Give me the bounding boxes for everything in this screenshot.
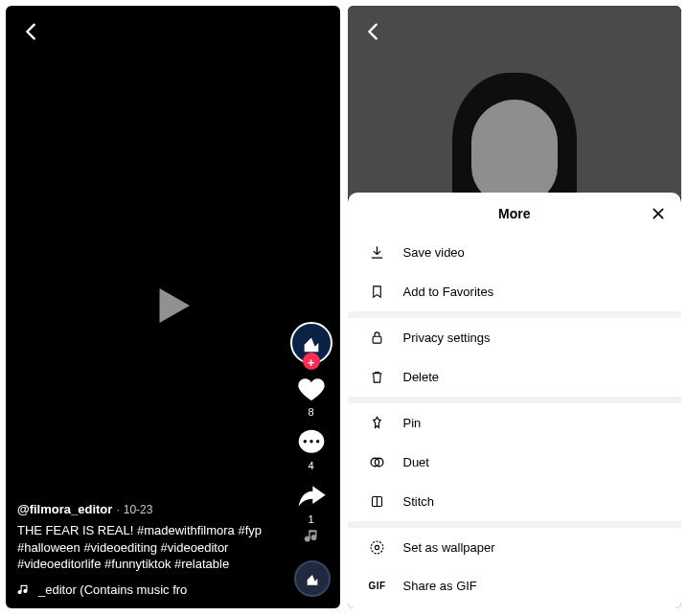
section-divider [348, 521, 682, 528]
username[interactable]: @filmora_editor [17, 502, 112, 516]
menu-item-pin[interactable]: Pin [348, 403, 682, 443]
follow-plus-icon: + [308, 356, 315, 369]
menu-item-share-gif[interactable]: GIF Share as GIF [348, 567, 682, 605]
section-divider [348, 397, 682, 403]
menu-label: Privacy settings [403, 331, 491, 345]
download-icon [369, 244, 386, 261]
effects-icon[interactable] [303, 493, 322, 516]
bookmark-icon [369, 284, 386, 300]
post-date: 10-23 [124, 503, 153, 516]
more-options-screen: More Save video Add to Favorites [348, 6, 682, 608]
menu-item-duet[interactable]: Duet [348, 443, 682, 482]
like-count: 8 [308, 406, 313, 418]
more-bottom-sheet: More Save video Add to Favorites [348, 193, 682, 608]
video-thumbnail-face [452, 73, 577, 197]
sheet-header: More [348, 193, 682, 233]
lock-icon [369, 330, 386, 346]
video-caption[interactable]: THE FEAR IS REAL! #madewithfilmora #fyp … [17, 522, 273, 573]
menu-item-wallpaper[interactable]: Set as wallpaper [348, 528, 682, 567]
menu-label: Pin [403, 416, 422, 430]
sound-note-icon[interactable] [304, 528, 321, 549]
music-note-icon [17, 583, 31, 597]
svg-point-8 [371, 541, 383, 554]
trash-icon [369, 369, 386, 385]
like-button[interactable]: 8 [296, 374, 327, 418]
sheet-title: More [363, 206, 667, 221]
music-info[interactable]: _editor (Contains music fro [17, 582, 273, 597]
comment-count: 4 [308, 460, 313, 471]
date-separator: · [116, 503, 119, 516]
menu-list: Save video Add to Favorites Privacy sett… [348, 233, 682, 605]
menu-label: Stitch [403, 494, 435, 509]
svg-point-2 [309, 440, 312, 443]
video-player-screen: + 8 4 1 @filmora_editor · 10-23 [6, 6, 340, 608]
menu-label: Set as wallpaper [403, 540, 495, 555]
video-info: @filmora_editor · 10-23 THE FEAR IS REAL… [17, 502, 273, 597]
menu-item-stitch[interactable]: Stitch [348, 482, 682, 521]
svg-point-1 [303, 440, 306, 443]
menu-label: Add to Favorites [403, 285, 494, 299]
gif-icon: GIF [369, 581, 386, 591]
menu-item-save-video[interactable]: Save video [348, 233, 682, 272]
video-preview [348, 6, 682, 197]
close-button[interactable] [651, 206, 666, 225]
music-disc[interactable] [294, 560, 331, 597]
svg-point-9 [375, 545, 378, 549]
profile-avatar[interactable]: + [290, 322, 332, 364]
stitch-icon [369, 493, 386, 510]
section-divider [348, 311, 682, 318]
menu-item-privacy[interactable]: Privacy settings [348, 318, 682, 357]
menu-label: Share as GIF [403, 579, 477, 593]
music-text: _editor (Contains music fro [38, 582, 187, 597]
menu-item-delete[interactable]: Delete [348, 357, 682, 397]
back-button[interactable] [21, 21, 42, 46]
menu-label: Delete [403, 370, 440, 384]
effects-stack [294, 493, 331, 597]
pin-icon [369, 415, 386, 431]
back-button[interactable] [363, 21, 384, 46]
menu-item-add-favorites[interactable]: Add to Favorites [348, 272, 682, 311]
svg-point-3 [315, 440, 318, 443]
wallpaper-icon [369, 539, 386, 556]
comment-button[interactable]: 4 [296, 427, 327, 471]
play-button[interactable] [147, 280, 198, 335]
menu-label: Save video [403, 245, 465, 260]
duet-icon [369, 454, 386, 470]
svg-rect-4 [373, 336, 381, 343]
menu-label: Duet [403, 455, 429, 469]
